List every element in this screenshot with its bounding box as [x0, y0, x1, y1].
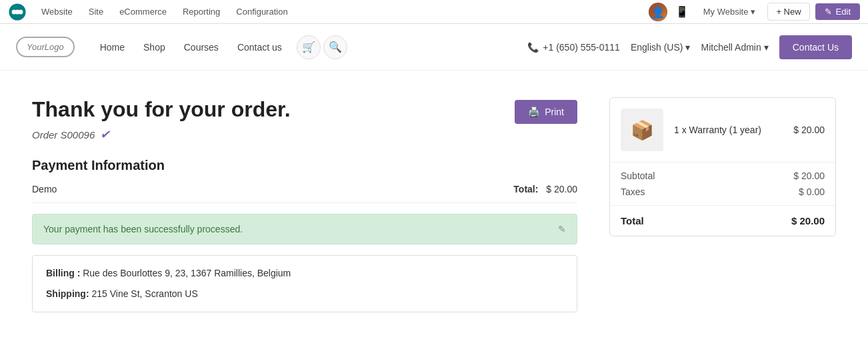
summary-rows: Subtotal $ 20.00 Taxes $ 0.00: [610, 163, 835, 206]
site-navigation: Home Shop Courses Contact us: [91, 37, 291, 58]
shipping-row: Shipping: 215 Vine St, Scranton US: [46, 287, 563, 301]
phone-area: 📞 +1 (650) 555-0111: [527, 42, 620, 53]
avatar-image: [649, 3, 667, 21]
left-panel: 🖨️ Print Thank you for your order. Order…: [32, 97, 577, 312]
right-panel: 📦 1 x Warranty (1 year) $ 20.00 Subtotal…: [609, 97, 836, 312]
subtotal-label: Subtotal: [621, 170, 655, 181]
item-price: $ 20.00: [793, 125, 825, 135]
nav-home[interactable]: Home: [91, 37, 134, 58]
thank-you-title: Thank you for your order.: [32, 97, 577, 122]
chevron-down-icon: ▾: [685, 42, 690, 53]
phone-icon: 📞: [527, 42, 539, 53]
item-description: 1 x Warranty (1 year): [674, 125, 783, 135]
taxes-value: $ 0.00: [799, 186, 825, 197]
print-label: Print: [545, 107, 564, 117]
subtotal-value: $ 20.00: [793, 170, 825, 181]
total-label: Total:: [513, 184, 538, 194]
nav-right: 📞 +1 (650) 555-0111 English (US) ▾ Mitch…: [527, 35, 852, 59]
avatar[interactable]: [649, 3, 667, 21]
total-value: $ 20.00: [791, 215, 825, 226]
item-image: 📦: [621, 109, 663, 151]
odoo-logo-icon: [8, 3, 27, 21]
total-value: $ 20.00: [546, 184, 577, 194]
admin-nav-website[interactable]: Website: [35, 3, 79, 21]
summary-total: Total $ 20.00: [610, 206, 835, 236]
printer-icon: 🖨️: [528, 107, 539, 117]
print-button[interactable]: 🖨️ Print: [515, 100, 577, 124]
pencil-icon: ✎: [825, 7, 832, 17]
main-content: 🖨️ Print Thank you for your order. Order…: [0, 71, 868, 339]
order-item: 📦 1 x Warranty (1 year) $ 20.00: [610, 98, 835, 163]
svg-point-3: [18, 9, 23, 14]
search-icon[interactable]: 🔍: [323, 35, 347, 59]
nav-courses[interactable]: Courses: [175, 37, 228, 58]
website-nav: YourLogo Home Shop Courses Contact us 🛒 …: [0, 24, 868, 71]
order-summary: 📦 1 x Warranty (1 year) $ 20.00 Subtotal…: [609, 97, 836, 236]
order-ref-text: Order S00096: [32, 129, 95, 141]
payment-info-title: Payment Information: [32, 158, 577, 173]
phone-number: +1 (650) 555-0111: [543, 42, 620, 53]
admin-nav-reporting[interactable]: Reporting: [176, 3, 227, 21]
success-text: Your payment has been successfully proce…: [43, 224, 243, 234]
item-qty: 1 x: [674, 125, 687, 135]
billing-row: Billing : Rue des Bourlottes 9, 23, 1367…: [46, 266, 563, 280]
user-name: Mitchell Admin: [701, 42, 761, 53]
billing-address: Rue des Bourlottes 9, 23, 1367 Ramillies…: [83, 268, 291, 278]
nav-icons: 🛒 🔍: [297, 35, 347, 59]
nav-contact-us[interactable]: Contact us: [228, 37, 291, 58]
admin-nav-site[interactable]: Site: [82, 3, 110, 21]
chevron-down-icon: ▾: [751, 7, 755, 17]
cart-icon[interactable]: 🛒: [297, 35, 321, 59]
language-label: English (US): [631, 42, 683, 53]
user-dropdown[interactable]: Mitchell Admin ▾: [701, 42, 768, 53]
shipping-address: 215 Vine St, Scranton US: [91, 288, 197, 299]
edit-pencil-icon[interactable]: ✎: [558, 224, 566, 234]
item-name: Warranty (1 year): [689, 125, 761, 135]
billing-label: Billing :: [46, 268, 80, 278]
shipping-label: Shipping:: [46, 288, 89, 299]
edit-button[interactable]: ✎ Edit: [815, 3, 860, 20]
order-ref: Order S00096 ✔: [32, 127, 577, 142]
admin-bar-right: 📱 My Website ▾ + New ✎ Edit: [649, 3, 860, 21]
my-website-label: My Website: [703, 7, 749, 17]
new-button[interactable]: + New: [767, 3, 809, 21]
my-website-button[interactable]: My Website ▾: [697, 3, 763, 20]
taxes-label: Taxes: [621, 186, 645, 197]
admin-nav-configuration[interactable]: Configuration: [229, 3, 294, 21]
total-label: Total: [621, 215, 644, 226]
admin-bar: Website Site eCommerce Reporting Configu…: [0, 0, 868, 24]
payment-total: Total: $ 20.00: [513, 184, 577, 194]
new-label: + New: [776, 7, 801, 17]
taxes-row: Taxes $ 0.00: [621, 186, 825, 197]
subtotal-row: Subtotal $ 20.00: [621, 170, 825, 181]
nav-shop[interactable]: Shop: [134, 37, 175, 58]
mobile-preview-icon[interactable]: 📱: [673, 3, 691, 21]
logo-area[interactable]: YourLogo: [16, 37, 75, 57]
admin-nav-ecommerce[interactable]: eCommerce: [113, 3, 173, 21]
check-icon: ✔: [100, 127, 110, 142]
address-box: Billing : Rue des Bourlottes 9, 23, 1367…: [32, 255, 577, 312]
success-message-box: Your payment has been successfully proce…: [32, 214, 577, 244]
edit-label: Edit: [836, 7, 851, 17]
payment-row: Demo Total: $ 20.00: [32, 184, 577, 203]
site-logo: YourLogo: [16, 37, 75, 57]
language-selector[interactable]: English (US) ▾: [631, 42, 691, 53]
chevron-down-icon: ▾: [764, 42, 769, 53]
payment-method: Demo: [32, 184, 57, 194]
contact-us-button[interactable]: Contact Us: [779, 35, 852, 59]
odoo-logo-area: [8, 3, 27, 21]
